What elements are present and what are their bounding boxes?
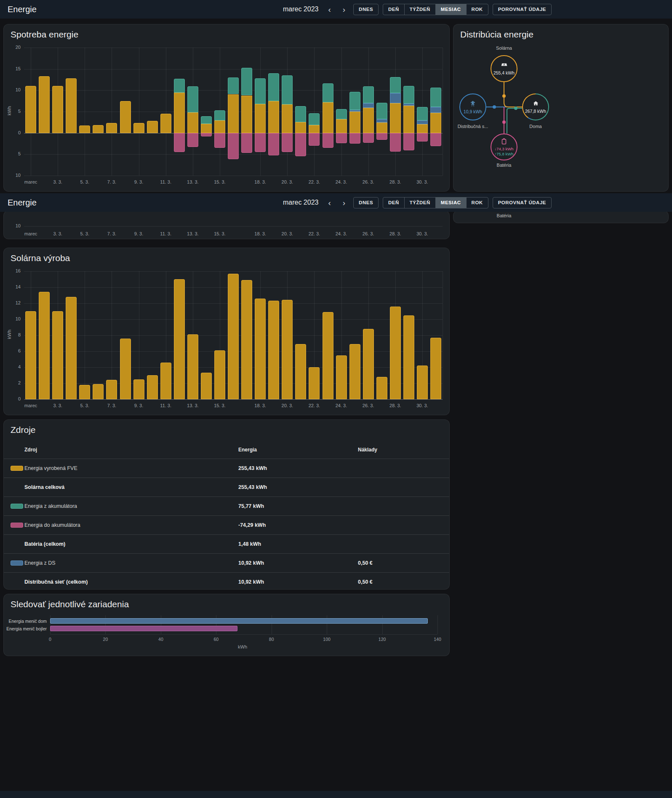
bar-segment[interactable]: [133, 379, 144, 400]
bar-segment[interactable]: [282, 104, 293, 133]
bar-segment[interactable]: [417, 133, 428, 141]
period-year-button[interactable]: ROK: [466, 197, 488, 208]
bar-segment[interactable]: [201, 373, 212, 399]
bar-segment[interactable]: [376, 377, 387, 399]
today-button[interactable]: DNES: [353, 4, 379, 15]
bar-segment[interactable]: [160, 114, 171, 133]
bar-segment[interactable]: [255, 133, 266, 152]
bar-segment[interactable]: [268, 73, 279, 101]
bar-segment[interactable]: [309, 113, 320, 125]
bar-segment[interactable]: [241, 280, 252, 399]
bar-segment[interactable]: [430, 133, 441, 146]
bar-segment[interactable]: [403, 86, 414, 104]
bar-segment[interactable]: [79, 385, 90, 399]
bar-segment[interactable]: [295, 122, 306, 133]
consumption-chart[interactable]: kWh20151050510marec3. 3.5. 3.7. 3.9. 3.1…: [4, 24, 449, 191]
period-month-button[interactable]: MESIAC: [435, 197, 467, 208]
bar-segment[interactable]: [147, 375, 158, 399]
compare-data-button[interactable]: POROVNAŤ ÚDAJE: [493, 197, 552, 208]
compare-data-button[interactable]: POROVNAŤ ÚDAJE: [493, 4, 552, 15]
device-bar[interactable]: [50, 618, 428, 624]
bar-segment[interactable]: [309, 367, 320, 399]
bar-segment[interactable]: [39, 76, 50, 133]
bar-segment[interactable]: [363, 108, 374, 133]
next-period-button[interactable]: ›: [339, 4, 349, 15]
bar-segment[interactable]: [390, 93, 401, 103]
bar-segment[interactable]: [160, 363, 171, 399]
today-button[interactable]: DNES: [353, 197, 379, 208]
bar-segment[interactable]: [363, 86, 374, 103]
solar-node[interactable]: 255,4 kWh: [491, 55, 517, 82]
bar-segment[interactable]: [52, 311, 63, 399]
bar-segment[interactable]: [390, 103, 401, 133]
bar-segment[interactable]: [241, 68, 252, 96]
bar-segment[interactable]: [430, 107, 441, 113]
bar-segment[interactable]: [25, 86, 36, 133]
bar-segment[interactable]: [417, 107, 428, 120]
bar-segment[interactable]: [349, 133, 360, 144]
bar-segment[interactable]: [417, 124, 428, 133]
bar-segment[interactable]: [349, 92, 360, 110]
bar-segment[interactable]: [268, 301, 279, 399]
bar-segment[interactable]: [336, 119, 347, 133]
bar-segment[interactable]: [201, 133, 212, 136]
bar-segment[interactable]: [66, 78, 77, 133]
bar-segment[interactable]: [228, 274, 239, 399]
bar-segment[interactable]: [201, 116, 212, 124]
bar-segment[interactable]: [133, 123, 144, 133]
bar-segment[interactable]: [79, 125, 90, 133]
bar-segment[interactable]: [295, 344, 306, 399]
bar-segment[interactable]: [93, 384, 104, 399]
next-period-button[interactable]: ›: [339, 197, 349, 208]
bar-segment[interactable]: [52, 86, 63, 133]
bar-segment[interactable]: [390, 133, 401, 152]
bar-segment[interactable]: [187, 86, 198, 112]
bar-segment[interactable]: [187, 112, 198, 133]
bar-segment[interactable]: [106, 380, 117, 399]
device-bar[interactable]: [50, 626, 237, 631]
period-week-button[interactable]: TÝŽDEŇ: [404, 4, 436, 15]
bar-segment[interactable]: [403, 104, 414, 106]
grid-node[interactable]: 10,9 kWh: [459, 93, 486, 120]
bar-segment[interactable]: [228, 133, 239, 160]
home-node[interactable]: 267,8 kWh: [522, 93, 549, 120]
bar-segment[interactable]: [363, 103, 374, 108]
bar-segment[interactable]: [241, 96, 252, 133]
bar-segment[interactable]: [430, 113, 441, 133]
bar-segment[interactable]: [241, 133, 252, 153]
period-week-button[interactable]: TÝŽDEŇ: [404, 197, 436, 208]
period-month-button[interactable]: MESIAC: [435, 4, 467, 15]
bar-segment[interactable]: [120, 339, 131, 399]
bar-segment[interactable]: [417, 120, 428, 124]
bar-segment[interactable]: [214, 133, 225, 148]
bar-segment[interactable]: [336, 355, 347, 400]
bar-segment[interactable]: [363, 133, 374, 143]
bar-segment[interactable]: [349, 110, 360, 112]
bar-segment[interactable]: [363, 329, 374, 399]
bar-segment[interactable]: [323, 312, 333, 399]
bar-segment[interactable]: [430, 88, 441, 107]
bar-segment[interactable]: [349, 112, 360, 133]
bar-segment[interactable]: [187, 334, 198, 399]
bar-segment[interactable]: [66, 297, 77, 399]
bar-segment[interactable]: [417, 366, 428, 399]
period-day-button[interactable]: DEŇ: [383, 197, 405, 208]
bar-segment[interactable]: [376, 133, 387, 140]
bar-segment[interactable]: [214, 350, 225, 399]
bar-segment[interactable]: [430, 338, 441, 399]
bar-segment[interactable]: [323, 102, 333, 133]
bar-segment[interactable]: [174, 93, 185, 133]
bar-segment[interactable]: [309, 133, 320, 146]
prev-period-button[interactable]: ‹: [324, 4, 334, 15]
battery-node[interactable]: ↓74,3 kWh ↑75,8 kWh: [491, 133, 517, 160]
bar-segment[interactable]: [214, 110, 225, 120]
bar-segment[interactable]: [93, 125, 104, 133]
bar-segment[interactable]: [187, 133, 198, 147]
solar-production-chart[interactable]: kWh1614121086420marec3. 3.5. 3.7. 3.9. 3…: [4, 248, 449, 415]
bar-segment[interactable]: [282, 75, 293, 104]
bar-segment[interactable]: [174, 79, 185, 93]
bar-segment[interactable]: [214, 120, 225, 133]
bar-segment[interactable]: [255, 104, 266, 133]
bar-segment[interactable]: [309, 125, 320, 133]
bar-segment[interactable]: [268, 101, 279, 133]
